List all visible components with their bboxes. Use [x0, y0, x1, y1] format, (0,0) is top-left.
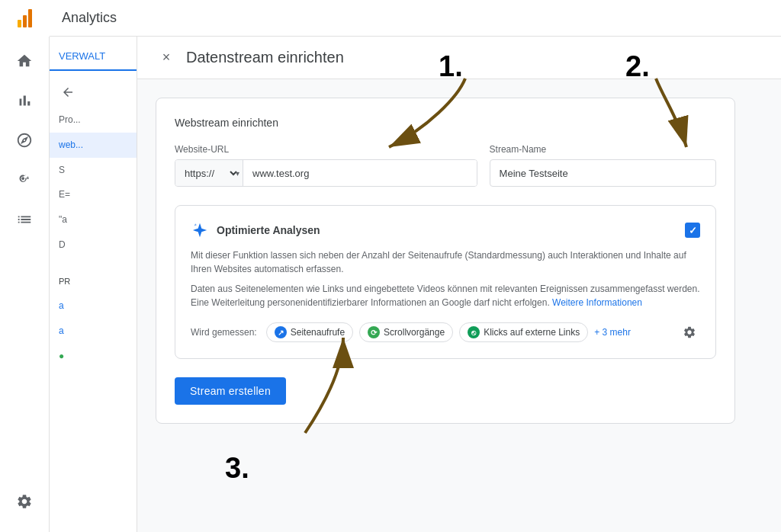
secondary-nav-item-d[interactable]: D	[50, 232, 137, 258]
scrollvorgaenge-icon: ⟳	[368, 326, 380, 338]
sidebar-item-settings[interactable]	[6, 483, 43, 520]
seitenaufrufe-label: Seitenaufrufe	[291, 327, 345, 338]
close-icon: ×	[162, 50, 171, 66]
list-icon	[16, 211, 33, 228]
analytics-title-row: Optimierte Analysen	[191, 221, 320, 239]
url-protocol-wrapper[interactable]: https:// http://	[175, 160, 243, 186]
form-row: Website-URL https:// http://	[175, 144, 716, 187]
secondary-nav-item-a-blue2[interactable]: a	[50, 319, 137, 344]
home-icon	[16, 53, 33, 69]
secondary-nav-content: Pro... web... S E= "a D PR a a ●	[50, 71, 137, 375]
optimized-analytics-checkbox[interactable]	[685, 223, 700, 238]
modal-body: Webstream einrichten Website-URL	[137, 79, 781, 532]
metric-badge-scrollvorgaenge[interactable]: ⟳ Scrollvorgänge	[359, 322, 453, 342]
url-label: Website-URL	[175, 144, 477, 155]
optimized-analytics-section: Optimierte Analysen Mit dieser Funktion …	[175, 205, 716, 359]
analytics-logo-icon	[18, 9, 32, 27]
name-form-group: Stream-Name	[490, 144, 716, 187]
settings-icon	[16, 493, 33, 510]
secondary-nav-item-prop[interactable]: Pro...	[50, 107, 137, 133]
externe-links-label: Klicks auf externe Links	[484, 327, 580, 338]
back-icon	[61, 85, 75, 99]
verwalt-tab[interactable]: VERWALT	[50, 43, 137, 71]
sparkle-icon	[191, 221, 209, 239]
app-logo	[0, 0, 50, 37]
url-protocol-select[interactable]: https:// http://	[182, 167, 239, 180]
sidebar-bottom	[6, 483, 43, 532]
explore-icon	[16, 132, 33, 149]
modal-overlay: × Datenstream einrichten Webstream einri…	[137, 37, 781, 532]
sidebar-item-advertising[interactable]	[6, 162, 43, 198]
gear-icon	[683, 325, 696, 339]
sidebar-item-configure[interactable]	[6, 201, 43, 238]
scrollvorgaenge-label: Scrollvorgänge	[384, 327, 445, 338]
stream-erstellen-button[interactable]: Stream erstellen	[175, 377, 286, 405]
sidebar-item-home[interactable]	[6, 43, 43, 79]
analytics-desc2: Daten aus Seitenelementen wie Links und …	[191, 282, 700, 309]
url-text-input[interactable]	[243, 160, 477, 186]
app-title: Analytics	[62, 10, 117, 26]
sidebar-item-explore[interactable]	[6, 122, 43, 159]
secondary-nav-item-a2[interactable]: "a	[50, 207, 137, 232]
sidebar-item-reports[interactable]	[6, 82, 43, 119]
metric-badge-externe-links[interactable]: ⎋ Klicks auf externe Links	[459, 322, 588, 342]
analytics-desc1: Mit dieser Funktion lassen sich neben de…	[191, 248, 700, 276]
back-button[interactable]	[56, 80, 80, 104]
metrics-row: Wird gemessen: ↗ Seitenaufrufe ⟳ Scrollv…	[191, 322, 700, 343]
secondary-nav-item-web[interactable]: web...	[50, 133, 137, 158]
modal-header: × Datenstream einrichten	[137, 37, 781, 79]
secondary-sidebar: VERWALT Pro... web... S E= "a D PR a a ●	[50, 37, 137, 532]
secondary-nav-item-s[interactable]: S	[50, 158, 137, 183]
externe-links-icon: ⎋	[468, 326, 480, 338]
top-header: Analytics	[50, 0, 781, 37]
metric-badge-seitenaufrufe[interactable]: ↗ Seitenaufrufe	[266, 322, 353, 342]
advertising-icon	[16, 171, 33, 188]
secondary-nav-item-pr2: PR	[50, 270, 137, 293]
secondary-nav-item-a-blue[interactable]: a	[50, 293, 137, 319]
modal-title: Datenstream einrichten	[186, 49, 344, 66]
modal-dialog: × Datenstream einrichten Webstream einri…	[137, 37, 781, 532]
stream-name-input[interactable]	[490, 159, 716, 187]
url-form-group: Website-URL https:// http://	[175, 144, 477, 187]
metrics-settings-button[interactable]	[679, 322, 700, 343]
webstream-card: Webstream einrichten Website-URL	[156, 98, 735, 424]
seitenaufrufe-icon: ↗	[275, 326, 287, 338]
sidebar	[0, 0, 50, 532]
page-content-area: × Datenstream einrichten Webstream einri…	[137, 37, 781, 532]
metrics-label: Wird gemessen:	[191, 327, 257, 338]
sidebar-nav	[0, 37, 49, 483]
secondary-nav-item-e[interactable]: E=	[50, 182, 137, 207]
bar-chart-icon	[16, 92, 33, 109]
main-area: Analytics VERWALT Pro... web... S E= "a …	[50, 0, 781, 532]
analytics-header: Optimierte Analysen	[191, 221, 700, 239]
url-input-row: https:// http://	[175, 159, 477, 187]
name-label: Stream-Name	[490, 144, 716, 155]
weitere-informationen-link[interactable]: Weitere Informationen	[552, 297, 642, 308]
content-area: VERWALT Pro... web... S E= "a D PR a a ●	[50, 37, 781, 532]
optimized-analytics-title: Optimierte Analysen	[217, 224, 320, 236]
more-metrics-link[interactable]: + 3 mehr	[594, 327, 631, 338]
secondary-nav-item-green[interactable]: ●	[50, 344, 137, 369]
optimized-icon	[191, 222, 208, 239]
card-section-title: Webstream einrichten	[175, 117, 716, 129]
modal-close-button[interactable]: ×	[156, 47, 177, 69]
